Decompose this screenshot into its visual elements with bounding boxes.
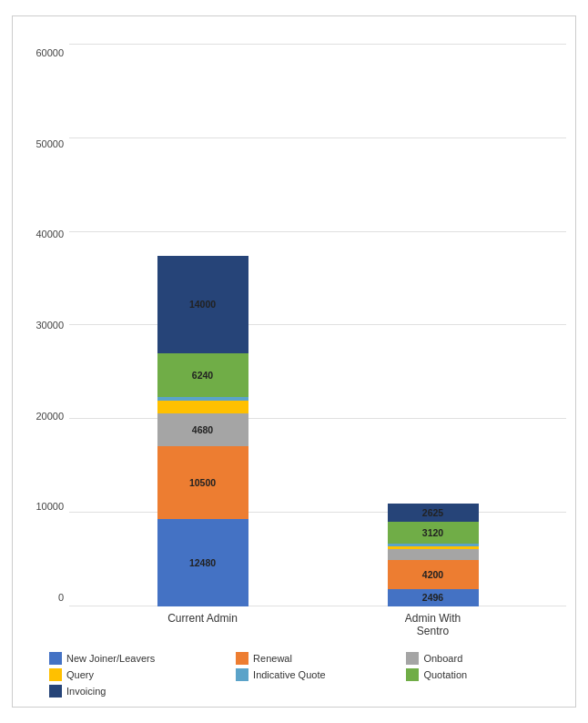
bar-segment: 2625: [388, 504, 479, 522]
x-axis-label: Admin With Sentro: [388, 612, 479, 637]
legend-label: Invoicing: [66, 686, 106, 697]
x-axis-label: Current Admin: [157, 612, 248, 625]
legend-item: Query: [49, 668, 227, 681]
bar-group: 2496420031202625: [388, 504, 479, 606]
y-axis-label: 40000: [35, 229, 64, 239]
bar-segment: 14000: [157, 256, 248, 353]
bar-stack: 2496420031202625: [388, 504, 479, 606]
bar-segment: [157, 401, 248, 413]
bar-segment-label: 6240: [157, 370, 248, 381]
bar-segment-label: 3120: [388, 527, 479, 538]
bars-row: 124801050046806240140002496420031202625: [69, 44, 566, 606]
bar-segment-label: 4200: [388, 569, 479, 580]
y-axis-label: 10000: [35, 501, 64, 512]
bar-segment: 2496: [388, 589, 479, 606]
legend-swatch: [49, 668, 62, 681]
bar-segment-label: 2625: [388, 507, 479, 518]
bar-segment: [388, 549, 479, 560]
x-labels: Current AdminAdmin With Sentro: [69, 606, 566, 639]
bar-segment: 12480: [157, 519, 248, 606]
bar-segment-label: 2496: [388, 592, 479, 603]
legend-swatch: [406, 652, 419, 665]
legend-label: New Joiner/Leavers: [66, 653, 155, 664]
bar-segment: [388, 544, 479, 546]
legend-label: Onboard: [423, 653, 462, 664]
legend-item: Renewal: [236, 652, 397, 665]
bar-segment-label: 10500: [157, 477, 248, 488]
legend-swatch: [49, 652, 62, 665]
legend-label: Query: [66, 669, 94, 680]
bar-segment: 10500: [157, 446, 248, 520]
legend-label: Quotation: [423, 669, 467, 680]
bar-segment: [157, 397, 248, 401]
legend-swatch: [406, 668, 419, 681]
legend-label: Indicative Quote: [253, 669, 326, 680]
bar-segment-label: 14000: [157, 299, 248, 310]
bars-and-grid: 124801050046806240140002496420031202625: [69, 44, 566, 606]
legend-item: New Joiner/Leavers: [49, 652, 227, 665]
chart-plot: 124801050046806240140002496420031202625 …: [69, 44, 566, 639]
bar-segment-label: 12480: [157, 557, 248, 568]
bar-segment: 4200: [388, 560, 479, 589]
legend-swatch: [49, 685, 62, 698]
bar-segment: 6240: [157, 353, 248, 397]
y-axis-label: 0: [58, 592, 64, 603]
legend-item: Invoicing: [49, 685, 227, 698]
legend-swatch: [236, 652, 248, 665]
chart-area: 6000050000400003000020000100000 12480105…: [22, 44, 566, 639]
bar-segment-label: 4680: [157, 424, 248, 435]
bar-segment: 4680: [157, 413, 248, 446]
y-axis-label: 20000: [35, 411, 64, 422]
legend: New Joiner/LeaversRenewalOnboardQueryInd…: [22, 643, 566, 698]
y-axis-label: 30000: [35, 320, 64, 331]
legend-label: Renewal: [253, 653, 292, 664]
bar-segment: 3120: [388, 522, 479, 544]
chart-container: 6000050000400003000020000100000 12480105…: [12, 15, 576, 708]
y-axis: 6000050000400003000020000100000: [22, 44, 69, 639]
bar-group: 12480105004680624014000: [157, 256, 248, 606]
legend-swatch: [236, 668, 248, 681]
y-axis-label: 60000: [35, 47, 64, 58]
bar-segment: [388, 546, 479, 549]
bar-stack: 12480105004680624014000: [157, 256, 248, 606]
legend-item: Onboard: [406, 652, 539, 665]
legend-item: Indicative Quote: [236, 668, 397, 681]
legend-item: Quotation: [406, 668, 539, 681]
y-axis-label: 50000: [35, 138, 64, 149]
